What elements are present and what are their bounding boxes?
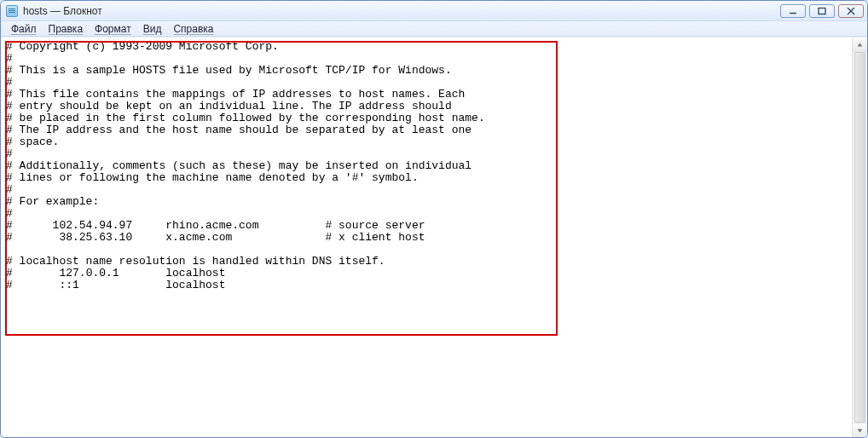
editor-area: # Copyright (c) 1993-2009 Microsoft Corp… — [1, 37, 867, 437]
window-frame: hosts — Блокнот Файл Правка Формат Вид С… — [0, 0, 868, 438]
notepad-icon — [6, 5, 18, 17]
scroll-track[interactable] — [853, 52, 867, 423]
close-button[interactable] — [838, 4, 864, 18]
scroll-up-arrow-icon[interactable] — [853, 37, 867, 52]
menubar: Файл Правка Формат Вид Справка — [1, 21, 867, 37]
menu-help[interactable]: Справка — [168, 22, 218, 36]
window-controls — [780, 4, 864, 18]
minimize-button[interactable] — [780, 4, 806, 18]
menu-view[interactable]: Вид — [138, 22, 167, 36]
titlebar[interactable]: hosts — Блокнот — [1, 1, 867, 21]
menu-format[interactable]: Формат — [90, 22, 136, 36]
svg-marker-5 — [858, 429, 863, 432]
svg-rect-1 — [819, 8, 825, 14]
menu-edit[interactable]: Правка — [43, 22, 89, 36]
text-editor[interactable]: # Copyright (c) 1993-2009 Microsoft Corp… — [1, 37, 852, 437]
svg-marker-4 — [858, 43, 863, 46]
window-title: hosts — Блокнот — [23, 5, 102, 17]
vertical-scrollbar[interactable] — [852, 37, 867, 437]
scroll-down-arrow-icon[interactable] — [853, 423, 867, 437]
menu-file[interactable]: Файл — [6, 22, 42, 36]
scroll-thumb[interactable] — [854, 52, 865, 423]
maximize-button[interactable] — [809, 4, 835, 18]
